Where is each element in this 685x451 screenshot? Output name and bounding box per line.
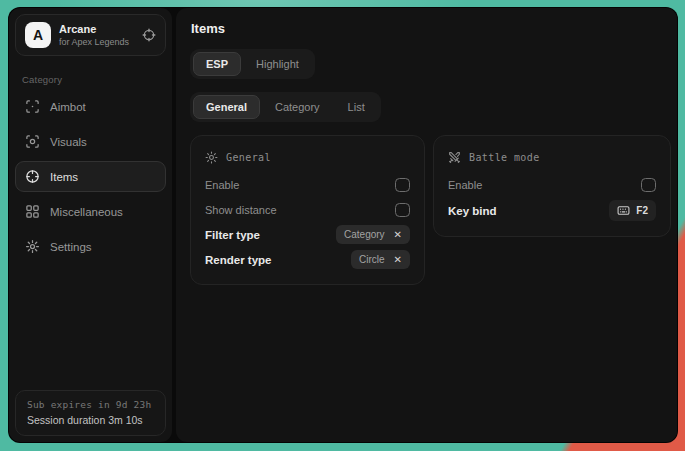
filter-type-select[interactable]: Category ✕: [336, 225, 410, 244]
keybind-button[interactable]: F2: [609, 200, 656, 221]
setting-label: Render type: [205, 254, 271, 266]
app-window: A Arcane for Apex Legends Category Aimbo…: [8, 7, 678, 443]
setting-row-enable: Enable: [204, 172, 411, 197]
app-logo: A: [25, 22, 51, 48]
grid-icon: [25, 204, 40, 219]
render-type-value: Circle: [359, 254, 385, 265]
setting-label: Key bind: [448, 205, 497, 217]
sidebar-item-items[interactable]: Items: [15, 161, 166, 192]
sub-expires-text: Sub expires in 9d 23h: [27, 399, 154, 410]
tab-list[interactable]: List: [335, 95, 378, 119]
category-label: Category: [22, 74, 159, 85]
setting-row-show-distance: Show distance: [204, 197, 411, 222]
sidebar-item-label: Settings: [50, 241, 92, 253]
battle-enable-checkbox[interactable]: [641, 178, 656, 192]
clear-icon[interactable]: ✕: [394, 230, 402, 240]
battle-mode-panel-title: Battle mode: [469, 152, 540, 163]
show-distance-checkbox[interactable]: [395, 203, 410, 217]
setting-label: Enable: [448, 179, 482, 191]
render-type-select[interactable]: Circle ✕: [351, 250, 410, 269]
tab-highlight[interactable]: Highlight: [243, 52, 312, 76]
tab-general[interactable]: General: [193, 95, 260, 119]
sidebar-item-label: Miscellaneous: [50, 206, 123, 218]
general-panel: General Enable Show distance Filter type…: [190, 135, 425, 285]
subscription-card: Sub expires in 9d 23h Session duration 3…: [15, 390, 166, 436]
main-content: Items ESP Highlight General Category Lis…: [176, 8, 678, 442]
battle-mode-panel-header: Battle mode: [447, 144, 657, 172]
swords-icon: [448, 151, 461, 164]
general-panel-header: General: [204, 144, 411, 172]
clear-icon[interactable]: ✕: [394, 255, 402, 265]
app-title-block: Arcane for Apex Legends: [59, 23, 129, 48]
sidebar-nav: Aimbot Visuals Items Miscellaneous: [9, 89, 172, 264]
crosshair-circle-icon: [25, 169, 40, 184]
setting-row-enable-battle: Enable: [447, 172, 657, 197]
filter-type-value: Category: [344, 229, 385, 240]
setting-row-key-bind: Key bind F2: [447, 197, 657, 224]
view-tab-group: General Category List: [190, 92, 381, 122]
mode-tab-group: ESP Highlight: [190, 49, 315, 79]
sidebar-item-label: Aimbot: [50, 101, 86, 113]
page-title: Items: [191, 21, 671, 36]
battle-mode-panel: Battle mode Enable Key bind F2: [433, 135, 671, 237]
keyboard-icon: [617, 204, 630, 217]
crosshair-scan-icon: [25, 99, 40, 114]
setting-row-filter-type: Filter type Category ✕: [204, 222, 411, 247]
target-icon[interactable]: [142, 28, 156, 42]
session-duration-text: Session duration 3m 10s: [27, 414, 154, 426]
sidebar-item-label: Items: [50, 171, 78, 183]
tab-esp[interactable]: ESP: [193, 52, 241, 76]
sidebar-item-label: Visuals: [50, 136, 87, 148]
app-header-card: A Arcane for Apex Legends: [15, 14, 166, 56]
sidebar-item-miscellaneous[interactable]: Miscellaneous: [15, 196, 166, 227]
sidebar-item-visuals[interactable]: Visuals: [15, 126, 166, 157]
app-subtitle: for Apex Legends: [59, 36, 129, 48]
app-name: Arcane: [59, 23, 129, 36]
sidebar-item-settings[interactable]: Settings: [15, 231, 166, 262]
general-panel-title: General: [226, 152, 271, 163]
tab-category[interactable]: Category: [262, 95, 333, 119]
enable-checkbox[interactable]: [395, 178, 410, 192]
eye-scan-icon: [25, 134, 40, 149]
setting-label: Enable: [205, 179, 239, 191]
setting-label: Show distance: [205, 204, 277, 216]
sun-icon: [205, 151, 218, 164]
setting-label: Filter type: [205, 229, 260, 241]
setting-row-render-type: Render type Circle ✕: [204, 247, 411, 272]
sidebar: A Arcane for Apex Legends Category Aimbo…: [9, 8, 172, 442]
keybind-value: F2: [636, 205, 648, 216]
sidebar-item-aimbot[interactable]: Aimbot: [15, 91, 166, 122]
gear-icon: [25, 239, 40, 254]
